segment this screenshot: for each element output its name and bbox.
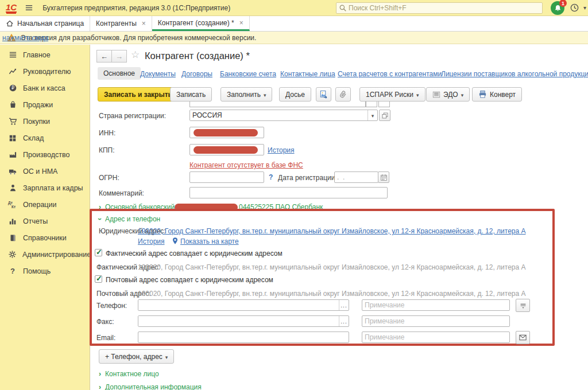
chevron-expanded-icon bbox=[99, 215, 101, 223]
save-close-button[interactable]: Записать и закрыть bbox=[98, 87, 179, 102]
global-search[interactable] bbox=[336, 2, 543, 14]
email-note-input[interactable] bbox=[362, 332, 510, 343]
edo-button[interactable]: ЭДО bbox=[426, 87, 470, 102]
nav-tab-main[interactable]: Основное bbox=[98, 67, 141, 80]
country-field[interactable] bbox=[189, 110, 378, 121]
nav-link-alcohol-licenses[interactable]: Лицензии поставщиков алкогольной продукц… bbox=[441, 70, 588, 78]
tab-counterparty-new[interactable]: Контрагент (создание) * bbox=[152, 16, 250, 31]
fill-button[interactable]: Заполнить bbox=[220, 87, 272, 102]
attachments-button[interactable] bbox=[335, 87, 351, 102]
sidebar-item-os-nma[interactable]: ОС и НМА bbox=[0, 163, 90, 180]
dossier-button[interactable]: Досье bbox=[279, 87, 311, 102]
sidebar-item-bank-cash[interactable]: ₽ Банк и касса bbox=[0, 80, 90, 96]
envelope-print-button[interactable]: Конверт bbox=[472, 87, 522, 102]
nav-link-settlement-accounts[interactable]: Счета расчетов с контрагентами bbox=[338, 70, 442, 78]
redacted-inn-value bbox=[194, 129, 258, 136]
open-country-button[interactable] bbox=[379, 110, 390, 121]
tab-home[interactable]: Начальная страница bbox=[0, 16, 90, 31]
clipped-dropdown-button[interactable] bbox=[366, 102, 377, 107]
add-phone-address-button[interactable]: + Телефон, адрес bbox=[99, 349, 174, 364]
clipped-open-button[interactable] bbox=[378, 102, 390, 107]
ogrn-help-button[interactable]: ? bbox=[269, 173, 273, 181]
ellipsis-button[interactable] bbox=[339, 316, 349, 326]
calendar-button[interactable] bbox=[378, 171, 389, 183]
nav-link-documents[interactable]: Документы bbox=[140, 70, 176, 78]
comment-input[interactable] bbox=[189, 187, 388, 198]
kpp-history-link[interactable]: История bbox=[268, 146, 295, 154]
sidebar-item-administration[interactable]: Администрирование bbox=[0, 246, 90, 263]
sidebar-item-purchases[interactable]: Покупки bbox=[0, 113, 90, 130]
phone-menu-button[interactable] bbox=[516, 299, 530, 312]
nav-link-contracts[interactable]: Договоры bbox=[181, 70, 212, 78]
main-menu-icon[interactable] bbox=[25, 3, 33, 12]
close-icon[interactable] bbox=[142, 20, 146, 28]
sidebar-item-label: Отчеты bbox=[23, 217, 48, 225]
sidebar-item-label: Склад bbox=[23, 134, 44, 142]
show-on-map-link[interactable]: Показать на карте bbox=[180, 237, 239, 245]
tab-label: Начальная страница bbox=[17, 20, 84, 28]
phone-label: Телефон: bbox=[96, 302, 127, 310]
additional-info-section[interactable]: Дополнительная информация bbox=[99, 383, 202, 390]
forward-button[interactable] bbox=[111, 50, 127, 63]
close-icon[interactable] bbox=[239, 19, 243, 27]
section-title: Адрес и телефон bbox=[105, 215, 160, 223]
legal-address-history-link[interactable]: История bbox=[138, 237, 165, 245]
fact-address-value: 190020, Город Санкт-Петербург, вн.тер.г.… bbox=[138, 263, 526, 271]
sidebar-item-manager[interactable]: Руководителю bbox=[0, 63, 90, 80]
send-email-button[interactable] bbox=[516, 331, 530, 344]
sidebar-item-production[interactable]: Производство bbox=[0, 146, 90, 163]
sidebar-item-salary-hr[interactable]: Зарплата и кадры bbox=[0, 180, 90, 196]
chevron-down-icon[interactable]: ▾ bbox=[583, 5, 586, 11]
sidebar-item-help[interactable]: ? Помощь bbox=[0, 263, 90, 279]
button-label: + Телефон, адрес bbox=[105, 353, 163, 361]
back-button[interactable] bbox=[96, 50, 112, 63]
fact-equals-legal-checkbox[interactable] bbox=[95, 249, 102, 256]
sidebar-item-label: Производство bbox=[23, 151, 70, 159]
chevron-down-icon bbox=[372, 111, 374, 119]
clipped-field[interactable] bbox=[189, 102, 366, 107]
save-button[interactable]: Записать bbox=[170, 87, 212, 102]
search-input[interactable] bbox=[349, 4, 540, 12]
fns-missing-link[interactable]: Контрагент отсутствует в базе ФНС bbox=[189, 161, 303, 169]
contact-person-section[interactable]: Контактное лицо bbox=[99, 370, 159, 378]
shopping-cart-icon bbox=[8, 117, 17, 126]
attach-image-button[interactable] bbox=[316, 87, 331, 102]
sidebar-item-references[interactable]: Справочники bbox=[0, 229, 90, 246]
sidebar-item-warehouse[interactable]: Склад bbox=[0, 130, 90, 146]
button-label: Конверт bbox=[490, 91, 516, 99]
ogrn-input[interactable] bbox=[189, 171, 264, 183]
fax-field[interactable] bbox=[138, 315, 349, 327]
button-label: 1СПАРК Риски bbox=[366, 91, 413, 99]
nav-link-contact-persons[interactable]: Контактные лица bbox=[280, 70, 335, 78]
phone-note-input[interactable] bbox=[362, 299, 510, 311]
fax-input[interactable] bbox=[138, 316, 339, 326]
edo-stack-icon bbox=[432, 91, 440, 99]
tab-counterparties[interactable]: Контрагенты bbox=[90, 16, 152, 31]
sidebar-item-operations[interactable]: Операции bbox=[0, 196, 90, 213]
page-title: Контрагент (создание) * bbox=[145, 50, 250, 61]
country-input[interactable] bbox=[190, 110, 368, 120]
buy-commercial-link[interactable]: нажмите сюда bbox=[2, 34, 48, 42]
sections-panel: Главное Руководителю ₽ Банк и касса Прод… bbox=[0, 45, 90, 390]
legal-address-link[interactable]: 190020, Город Санкт-Петербург, вн.тер.г.… bbox=[138, 227, 526, 235]
post-equals-legal-checkbox[interactable] bbox=[95, 275, 102, 283]
history-clock-icon[interactable] bbox=[570, 3, 579, 14]
spark-risks-button[interactable]: 1СПАРК Риски bbox=[359, 87, 425, 102]
sidebar-item-main[interactable]: Главное bbox=[0, 46, 90, 63]
reg-date-input[interactable] bbox=[334, 171, 378, 183]
favorite-star-icon[interactable] bbox=[131, 49, 140, 61]
fax-note-input[interactable] bbox=[362, 315, 510, 327]
button-label: Досье bbox=[285, 91, 305, 99]
phone-input[interactable] bbox=[138, 300, 339, 310]
sidebar-item-reports[interactable]: Отчеты bbox=[0, 213, 90, 229]
nav-link-bank-accounts[interactable]: Банковские счета bbox=[220, 70, 276, 78]
chevron-down-icon[interactable] bbox=[368, 110, 377, 120]
notifications-bell-icon[interactable]: 1 bbox=[551, 1, 564, 15]
sidebar-item-label: Банк и касса bbox=[23, 84, 65, 92]
ellipsis-button[interactable] bbox=[339, 300, 349, 310]
sidebar-item-label: Продажи bbox=[23, 101, 53, 109]
sidebar-item-sales[interactable]: Продажи bbox=[0, 96, 90, 113]
email-input[interactable] bbox=[138, 332, 349, 343]
address-phone-section[interactable]: Адрес и телефон bbox=[99, 215, 160, 223]
phone-field[interactable] bbox=[138, 299, 349, 311]
